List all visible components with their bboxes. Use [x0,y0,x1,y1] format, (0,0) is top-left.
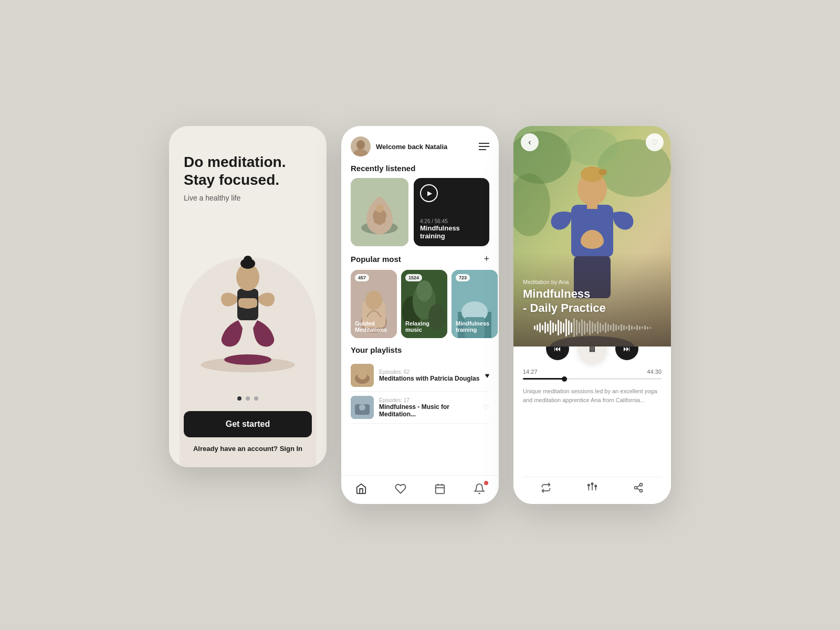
onboarding-title: Do meditation. Stay focused. [184,153,312,188]
svg-rect-50 [590,346,592,352]
playlist-name-1: Meditations with Patricia Douglas [379,375,480,382]
waveform-bar [642,327,643,329]
waveform-bar [610,325,612,330]
playlist-info-2: Episodes: 17 Mindfulness - Music for Med… [379,397,477,418]
popular-label-2: Relaxing music [405,320,443,333]
screen-onboarding: Do meditation. Stay focused. Live a heal… [169,126,327,467]
home-icon [355,483,367,495]
playing-time: 4:26 / 56:45 [420,218,483,224]
yoga-image-area [184,213,312,396]
playlist-item-2[interactable]: Episodes: 17 Mindfulness - Music for Med… [351,392,489,424]
calendar-icon [434,483,446,495]
nav-home[interactable] [355,483,367,495]
get-started-button[interactable]: Get started [184,411,312,437]
popular-card-3[interactable]: 723 Mindfulness training [452,270,498,338]
home-header: Welcome back Natalia [341,126,499,164]
yoga-illustration [195,231,300,378]
waveform-bar [618,326,620,330]
add-popular-button[interactable]: + [484,254,489,265]
waveform-bar [563,323,564,332]
waveform-bar [634,327,635,329]
svg-rect-33 [435,485,444,494]
svg-point-29 [358,369,367,380]
back-button[interactable]: ‹ [521,133,539,151]
playlist-episodes-1: Episodes: 62 [379,369,480,375]
popular-title: Popular most [351,255,401,264]
svg-rect-51 [593,346,594,352]
track-info: Meditation by Ana Mindfulness - Daily Pr… [523,279,606,315]
svg-point-22 [416,280,432,301]
svg-line-62 [637,485,640,487]
progress-thumb [562,376,567,382]
heart-nav-icon [395,483,406,495]
repeat-button[interactable] [541,482,551,496]
nav-favorites[interactable] [395,483,406,495]
bell-icon [474,483,485,495]
waveform-bar [568,320,570,335]
svg-line-61 [637,488,640,490]
repeat-icon [541,482,551,493]
waveform-bar [586,323,588,332]
svg-rect-46 [587,204,597,209]
svg-point-55 [588,484,590,486]
pagination-dots [184,396,312,401]
waveform-bar [584,321,585,334]
recent-image-card[interactable] [351,178,408,246]
nav-calendar[interactable] [434,483,446,495]
waveform-bar [607,324,609,331]
svg-point-6 [224,354,271,365]
waveform-bar [602,324,604,331]
waveform-bar [558,320,559,335]
svg-point-56 [591,483,593,485]
share-button[interactable] [633,482,644,496]
popular-label-3: Mindfulness training [456,320,494,333]
popular-badge-2: 1524 [405,274,422,281]
favorite-button[interactable]: ♡ [646,133,664,151]
playlist-heart-2[interactable]: ♡ [482,403,489,412]
popular-card-2[interactable]: 1524 Relaxing music [401,270,447,338]
waveform-bar [542,325,543,330]
popular-header: Popular most + [341,254,499,270]
waveform-bar [639,326,640,330]
track-author: Meditation by Ana [523,279,606,285]
screens-container: Do meditation. Stay focused. Live a heal… [169,126,671,504]
popular-badge-1: 457 [355,274,369,281]
waveform-bar [534,326,536,330]
waveform-bar [592,322,593,333]
popular-label-1: Guided Meditations [355,320,393,333]
playlist-2-image [351,396,374,419]
notification-badge [484,481,488,485]
track-description: Unique meditation sessions led by an exc… [523,387,662,471]
meditation-hand-image [351,178,408,246]
menu-button[interactable] [479,143,489,150]
player-controls: ⏮ ⏭ 14:27 44:30 [513,346,671,504]
waveform-bar [537,324,538,331]
waveform-bar [626,326,627,329]
equalizer-button[interactable] [587,482,597,496]
welcome-text: Welcome back Natalia [376,143,479,151]
waveform-bar [552,322,554,333]
signin-prompt: Already have an account? Sign In [184,445,312,453]
waveform-bar [565,319,567,337]
waveform-bar [647,327,648,329]
playing-title: Mindfulness training [420,224,483,240]
waveform-bar [550,320,551,335]
play-button[interactable] [420,184,438,202]
now-playing-card[interactable]: 4:26 / 56:45 Mindfulness training [414,178,489,246]
playlist-item-1[interactable]: Episodes: 62 Meditations with Patricia D… [351,360,489,392]
user-avatar[interactable] [351,136,371,156]
recently-listened-section: 4:26 / 56:45 Mindfulness training [341,178,499,254]
waveform-bar [644,326,646,330]
svg-point-9 [356,140,365,150]
waveform-bar [636,325,638,330]
progress-bar[interactable] [523,378,662,380]
popular-card-1[interactable]: 457 Guided Meditations [351,270,397,338]
svg-point-40 [566,129,618,165]
share-icon [633,482,644,493]
track-title: Mindfulness - Daily Practice [523,287,606,315]
nav-notifications[interactable] [474,483,485,495]
screen-player: ‹ ♡ Meditation by Ana Mindfulness - Dail… [513,126,671,504]
playlist-heart-1[interactable]: ♥ [485,371,489,380]
waveform-bar [628,324,630,331]
playlist-thumb-2 [351,396,374,419]
